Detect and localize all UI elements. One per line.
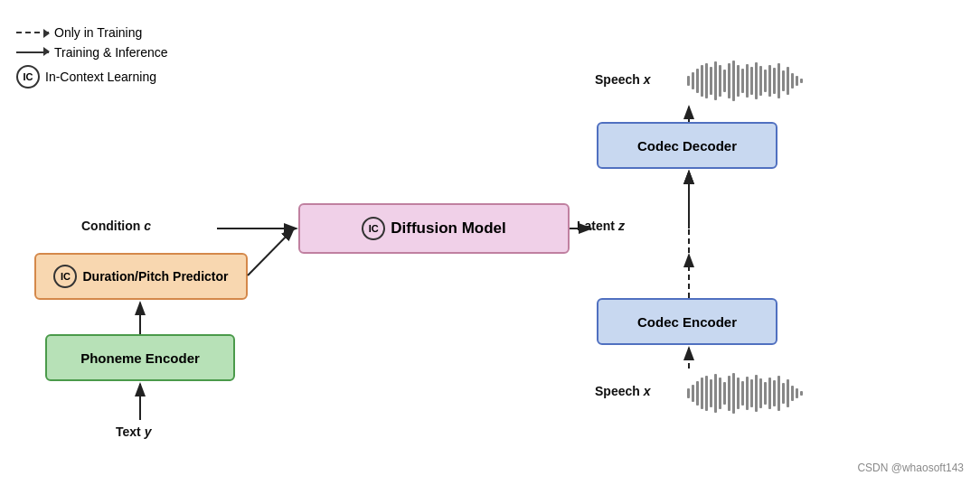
svg-rect-28 — [696, 381, 699, 406]
svg-rect-20 — [777, 63, 780, 98]
svg-rect-44 — [768, 378, 771, 409]
svg-rect-23 — [791, 73, 794, 89]
waveform-top — [687, 56, 868, 106]
svg-rect-15 — [755, 62, 758, 99]
svg-rect-48 — [787, 379, 789, 407]
legend-ic: IC In-Context Learning — [16, 65, 168, 89]
svg-rect-27 — [692, 385, 694, 402]
speech-x-top-text: Speech x — [595, 72, 651, 87]
svg-rect-43 — [764, 382, 767, 405]
condition-c-label: Condition c — [81, 219, 151, 233]
speech-x-bottom-text: Speech x — [595, 384, 651, 398]
svg-rect-8 — [723, 70, 726, 92]
ic-circle-icon: IC — [16, 65, 40, 89]
duration-pitch-box: IC Duration/Pitch Predictor — [34, 253, 248, 300]
svg-rect-7 — [719, 65, 721, 97]
diffusion-model-box: IC Diffusion Model — [298, 203, 570, 254]
codec-encoder-box: Codec Encoder — [597, 298, 777, 345]
svg-rect-11 — [737, 65, 740, 97]
diagram-container: Only in Training Training & Inference IC… — [0, 0, 980, 485]
dashed-arrow-icon — [16, 32, 49, 33]
latent-z-label: Latent z — [577, 219, 625, 233]
latent-z-text: Latent z — [577, 219, 625, 233]
svg-rect-38 — [741, 381, 744, 406]
legend: Only in Training Training & Inference IC… — [16, 25, 168, 94]
svg-rect-10 — [732, 61, 735, 101]
svg-rect-46 — [777, 376, 780, 411]
svg-rect-26 — [687, 388, 690, 398]
svg-rect-50 — [796, 388, 798, 398]
svg-rect-12 — [741, 69, 744, 93]
svg-rect-18 — [768, 65, 771, 97]
svg-rect-34 — [723, 382, 726, 405]
svg-rect-3 — [701, 65, 703, 97]
svg-rect-25 — [800, 79, 803, 83]
svg-rect-31 — [710, 379, 712, 407]
svg-rect-16 — [759, 66, 762, 96]
svg-rect-49 — [791, 386, 794, 401]
svg-rect-4 — [705, 63, 708, 98]
watermark: CSDN @whaosoft143 — [857, 462, 964, 474]
svg-rect-30 — [705, 376, 708, 411]
svg-rect-51 — [800, 391, 803, 396]
speech-x-top-label: Speech x — [595, 72, 651, 87]
codec-decoder-label: Codec Decoder — [637, 138, 737, 154]
codec-encoder-label: Codec Encoder — [637, 314, 737, 330]
legend-dashed-label: Only in Training — [54, 25, 142, 40]
codec-decoder-box: Codec Decoder — [597, 122, 777, 169]
waveform-bottom — [687, 368, 868, 418]
svg-rect-45 — [773, 380, 776, 406]
svg-rect-5 — [710, 67, 712, 95]
svg-line-56 — [248, 229, 294, 275]
condition-c-text: Condition c — [81, 219, 151, 233]
svg-rect-13 — [746, 64, 749, 98]
ic-badge-diffusion: IC — [362, 217, 385, 240]
phoneme-encoder-label: Phoneme Encoder — [80, 350, 200, 366]
svg-rect-17 — [764, 70, 767, 92]
svg-rect-1 — [692, 72, 694, 89]
watermark-text: CSDN @whaosoft143 — [857, 462, 964, 474]
svg-rect-19 — [773, 68, 776, 94]
svg-rect-41 — [755, 375, 758, 412]
diffusion-model-label: Diffusion Model — [391, 219, 505, 238]
svg-rect-9 — [728, 63, 730, 98]
svg-rect-21 — [782, 70, 785, 91]
svg-rect-42 — [759, 378, 762, 408]
svg-rect-22 — [787, 67, 789, 95]
svg-rect-6 — [714, 61, 717, 100]
phoneme-encoder-box: Phoneme Encoder — [45, 334, 235, 381]
legend-solid-label: Training & Inference — [54, 45, 168, 60]
legend-solid: Training & Inference — [16, 45, 168, 60]
svg-rect-0 — [687, 76, 690, 86]
svg-rect-40 — [750, 379, 753, 407]
svg-rect-35 — [728, 376, 730, 411]
svg-rect-47 — [782, 383, 785, 404]
text-y-text: Text y — [116, 424, 151, 439]
svg-rect-32 — [714, 374, 717, 413]
legend-dashed: Only in Training — [16, 25, 168, 40]
speech-x-bottom-label: Speech x — [595, 384, 651, 398]
duration-pitch-label: Duration/Pitch Predictor — [82, 269, 228, 284]
solid-arrow-icon — [16, 51, 49, 53]
text-y-label: Text y — [116, 424, 151, 439]
legend-ic-label: In-Context Learning — [45, 70, 156, 84]
svg-rect-36 — [732, 373, 735, 414]
svg-rect-24 — [796, 76, 798, 86]
svg-rect-33 — [719, 378, 721, 409]
svg-rect-29 — [701, 378, 703, 409]
svg-rect-39 — [746, 377, 749, 410]
svg-rect-14 — [750, 67, 753, 95]
svg-rect-2 — [696, 69, 699, 93]
svg-rect-37 — [737, 378, 740, 409]
ic-badge-duration: IC — [53, 265, 77, 288]
